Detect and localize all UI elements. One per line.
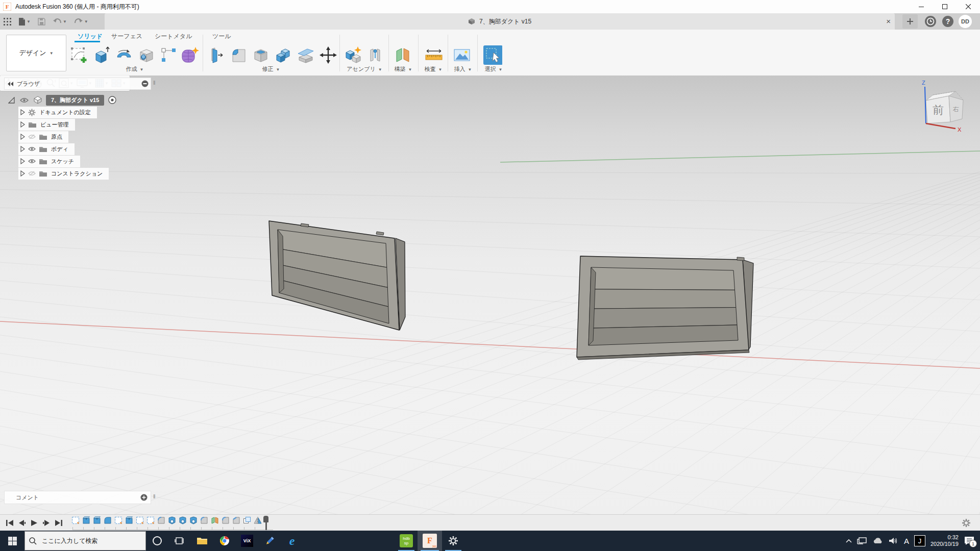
ime-tool-icon[interactable]: J xyxy=(914,535,925,546)
timeline-go-end-button[interactable] xyxy=(53,517,64,529)
browser-item-row[interactable]: ドキュメントの設定 xyxy=(18,106,151,118)
tab-sheetmetal[interactable]: シートメタル xyxy=(155,31,192,41)
timeline-play-button[interactable] xyxy=(29,517,40,529)
collapsed-arrow-icon[interactable] xyxy=(20,109,25,115)
shell-button[interactable] xyxy=(251,45,271,65)
timeline-feature-fillet-icon[interactable] xyxy=(157,516,165,524)
view-cube[interactable]: 前 右 Z X xyxy=(922,80,963,133)
timeline-feature-chamfer-icon[interactable] xyxy=(232,516,240,524)
tab-solid[interactable]: ソリッド xyxy=(78,31,103,41)
tray-chevron-icon[interactable] xyxy=(846,539,852,543)
timeline-feature-sketch-icon[interactable] xyxy=(146,516,155,524)
group-label-create[interactable]: 作成 ▼ xyxy=(126,65,144,73)
comment-plus-icon[interactable] xyxy=(140,494,148,501)
activate-radio-icon[interactable] xyxy=(108,96,116,104)
visibility-eye-off-icon[interactable] xyxy=(28,171,36,176)
comment-bar[interactable]: コメント ‖ xyxy=(4,491,151,504)
browser-root-row[interactable]: 7、胸部ダクト v15 xyxy=(4,94,151,106)
timeline-feature-extrude-icon[interactable] xyxy=(93,516,101,524)
timeline-feature-hole-icon[interactable] xyxy=(168,516,176,524)
group-label-inspect[interactable]: 検査 ▼ xyxy=(425,65,443,73)
visibility-eye-icon[interactable] xyxy=(20,97,29,103)
group-label-assemble[interactable]: アセンブリ ▼ xyxy=(347,65,382,73)
help-button[interactable]: ? xyxy=(941,15,954,30)
save-button[interactable] xyxy=(34,13,49,30)
app-grid-menu-button[interactable] xyxy=(0,13,15,30)
combine-button[interactable] xyxy=(274,45,293,65)
browser-item-row[interactable]: ボディ xyxy=(18,143,151,155)
ime-mode-indicator[interactable]: A xyxy=(904,537,909,545)
timeline-feature-fillet-icon[interactable] xyxy=(200,516,208,524)
create-form-button[interactable] xyxy=(180,45,199,65)
collapsed-arrow-icon[interactable] xyxy=(20,170,25,177)
timeline-feature-pattern-icon[interactable] xyxy=(243,516,251,524)
extrude-button[interactable] xyxy=(92,45,111,65)
undo-button[interactable]: ▼ xyxy=(49,13,70,30)
timeline-feature-plane-icon[interactable] xyxy=(211,516,219,524)
group-label-insert[interactable]: 挿入 ▼ xyxy=(454,65,472,73)
action-center-icon[interactable]: 1 xyxy=(964,536,975,546)
minimize-button[interactable] xyxy=(910,0,933,13)
revolve-button[interactable] xyxy=(114,45,134,65)
timeline-feature-hole-icon[interactable] xyxy=(179,516,187,524)
redo-button[interactable]: ▼ xyxy=(70,13,92,30)
browser-panel-header[interactable]: ブラウザ xyxy=(4,78,151,90)
timeline-settings-gear-icon[interactable] xyxy=(962,518,971,528)
pen-app-icon[interactable] xyxy=(258,531,281,551)
joint-button[interactable] xyxy=(365,45,385,65)
timeline-step-back-button[interactable] xyxy=(16,517,28,529)
vix-app-icon[interactable]: ViX xyxy=(236,531,258,551)
browser-item-row[interactable]: スケッチ xyxy=(18,155,151,167)
timeline-feature-fillet-blue-icon[interactable] xyxy=(104,516,112,524)
move-button[interactable] xyxy=(318,45,338,65)
hole-button[interactable] xyxy=(137,45,156,65)
volume-icon[interactable] xyxy=(889,537,899,545)
timeline-feature-sketch-icon[interactable] xyxy=(71,516,80,524)
visibility-eye-icon[interactable] xyxy=(28,146,36,152)
chrome-icon[interactable] xyxy=(213,531,236,551)
comment-grip[interactable]: ‖ xyxy=(153,493,156,499)
construction-plane-button[interactable] xyxy=(393,45,412,65)
tray-clock[interactable]: 0:32 2020/10/19 xyxy=(930,534,959,547)
insert-canvas-button[interactable] xyxy=(452,45,472,65)
timeline-feature-sketch-icon[interactable] xyxy=(136,516,144,524)
panel-grip[interactable]: ‖ xyxy=(153,80,156,86)
file-menu-button[interactable]: ▼ xyxy=(15,13,34,30)
group-label-modify[interactable]: 修正 ▼ xyxy=(262,65,280,73)
duct-model-left[interactable] xyxy=(269,221,405,330)
maximize-button[interactable] xyxy=(933,0,957,13)
visibility-eye-off-icon[interactable] xyxy=(28,134,36,139)
green-app-icon[interactable]: hdbsp xyxy=(395,531,418,551)
task-view-button[interactable] xyxy=(168,531,191,551)
account-avatar[interactable]: DD xyxy=(959,15,972,28)
fusion360-taskbar-icon[interactable]: F 360 xyxy=(418,531,442,551)
measure-button[interactable] xyxy=(424,45,443,65)
collapsed-arrow-icon[interactable] xyxy=(20,134,25,140)
taskbar-search-box[interactable] xyxy=(24,531,146,550)
new-document-tab-button[interactable] xyxy=(902,14,918,29)
create-sketch-button[interactable] xyxy=(69,45,89,65)
timeline-feature-sketch-icon[interactable] xyxy=(114,516,122,524)
workspace-selector-button[interactable]: デザイン▼ xyxy=(6,35,66,71)
group-label-select[interactable]: 選択 ▼ xyxy=(485,65,503,73)
expand-arrow-icon[interactable] xyxy=(8,97,15,104)
tab-tools[interactable]: ツール xyxy=(212,31,231,41)
group-label-construct[interactable]: 構築 ▼ xyxy=(395,65,412,73)
press-pull-button[interactable] xyxy=(206,45,226,65)
collapsed-arrow-icon[interactable] xyxy=(20,158,25,164)
split-body-button[interactable] xyxy=(296,45,315,65)
timeline-feature-fillet-icon[interactable] xyxy=(222,516,230,524)
timeline-feature-hole-icon[interactable] xyxy=(189,516,198,524)
collapse-panel-icon[interactable] xyxy=(8,82,14,86)
job-status-clock-button[interactable] xyxy=(924,15,937,30)
file-explorer-icon[interactable] xyxy=(191,531,213,551)
browser-root-label[interactable]: 7、胸部ダクト v15 xyxy=(46,95,104,106)
browser-item-row[interactable]: コンストラクション xyxy=(18,167,151,180)
onedrive-cloud-icon[interactable] xyxy=(872,537,884,544)
collapsed-arrow-icon[interactable] xyxy=(20,146,25,152)
timeline-feature-mirror-icon[interactable] xyxy=(254,516,262,524)
select-button[interactable] xyxy=(483,45,502,65)
network-icon[interactable] xyxy=(857,537,867,545)
document-tab-close-icon[interactable]: × xyxy=(886,16,891,27)
timeline-playhead[interactable] xyxy=(263,516,268,530)
